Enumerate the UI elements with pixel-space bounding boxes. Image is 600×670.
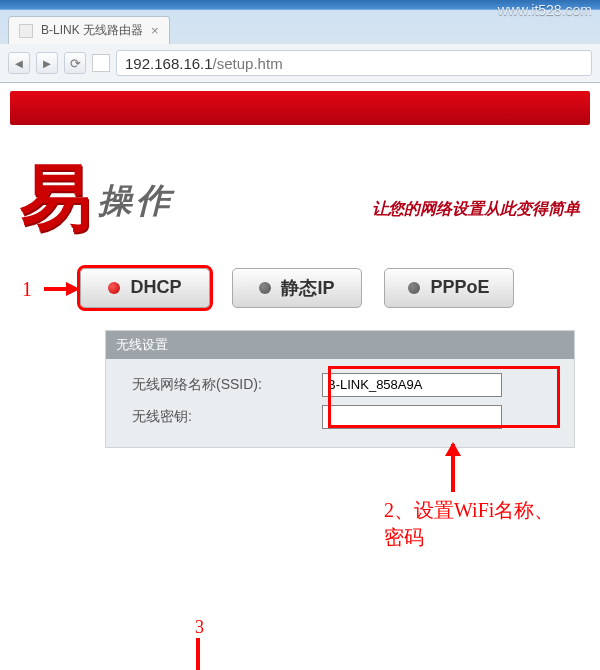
hero-banner: 易 操作 让您的网络设置从此变得简单 (10, 165, 590, 230)
arrow-right-icon (66, 282, 80, 296)
url-path: /setup.htm (213, 55, 283, 72)
panel-body: 无线网络名称(SSID): 无线密钥: 2、设置WiFi名称、密码 (106, 359, 574, 447)
tab-favicon (19, 24, 33, 38)
wifi-settings-panel: 无线设置 无线网络名称(SSID): 无线密钥: 2、设置WiFi名称、密码 (105, 330, 575, 448)
connection-mode-row: 1 DHCP 静态IP PPPoE (80, 268, 590, 308)
annotation-highlight-box (328, 366, 560, 428)
reload-button[interactable]: ⟳ (64, 52, 86, 74)
radio-icon (408, 282, 420, 294)
hero-word: 操作 (98, 178, 174, 230)
radio-selected-icon (108, 282, 120, 294)
mode-static-label: 静态IP (281, 276, 334, 300)
url-host: 192.168.16.1 (125, 55, 213, 72)
router-page: 易 操作 让您的网络设置从此变得简单 1 DHCP 静态IP PPPoE 无线设… (0, 83, 600, 448)
ssid-label: 无线网络名称(SSID): (112, 376, 322, 394)
header-bar (10, 91, 590, 125)
watermark-text: www.it528.com (498, 2, 592, 18)
close-icon[interactable]: × (151, 23, 159, 38)
arrow-up-icon (451, 444, 455, 492)
tab-title: B-LINK 无线路由器 (41, 22, 143, 39)
mode-dhcp-label: DHCP (130, 277, 181, 298)
hero-big-char: 易 (20, 165, 92, 230)
url-field[interactable]: 192.168.16.1/setup.htm (116, 50, 592, 76)
mode-dhcp-button[interactable]: DHCP (80, 268, 210, 308)
key-label: 无线密钥: (112, 408, 322, 426)
hero-subtitle: 让您的网络设置从此变得简单 (372, 199, 580, 230)
arrow-down-icon (196, 638, 200, 670)
radio-icon (259, 282, 271, 294)
annotation-step3: 3 (195, 617, 204, 638)
panel-title: 无线设置 (106, 331, 574, 359)
address-bar-row: ◄ ► ⟳ 192.168.16.1/setup.htm (0, 44, 600, 82)
mode-pppoe-label: PPPoE (430, 277, 489, 298)
forward-button[interactable]: ► (36, 52, 58, 74)
browser-tab[interactable]: B-LINK 无线路由器 × (8, 16, 170, 44)
mode-pppoe-button[interactable]: PPPoE (384, 268, 514, 308)
back-button[interactable]: ◄ (8, 52, 30, 74)
page-icon (92, 54, 110, 72)
annotation-step2: 2、设置WiFi名称、密码 (384, 497, 574, 551)
annotation-step1: 1 (22, 278, 32, 301)
hero-title: 易 操作 (20, 165, 174, 230)
mode-static-button[interactable]: 静态IP (232, 268, 362, 308)
